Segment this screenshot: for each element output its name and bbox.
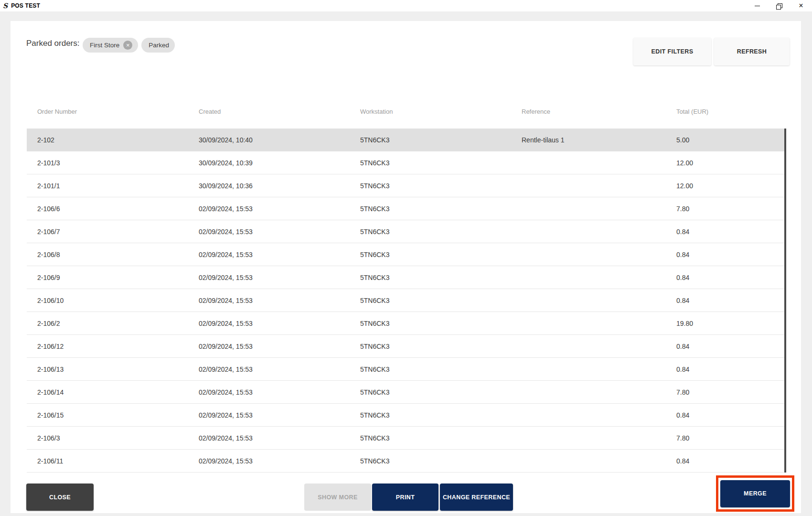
cell-created: 02/09/2024, 15:53 (199, 205, 253, 213)
cell-workstation: 5TN6CK3 (360, 205, 389, 213)
cell-total: 12.00 (676, 159, 693, 167)
cell-created: 30/09/2024, 10:36 (199, 182, 253, 190)
chip-parked: Parked (141, 38, 175, 53)
cell-total: 12.00 (676, 182, 693, 190)
merge-button[interactable]: MERGE (720, 480, 790, 507)
parked-orders-label: Parked orders: (26, 39, 80, 48)
cell-order-number: 2-101/1 (37, 182, 60, 190)
column-header-created: Created (199, 108, 221, 115)
restore-button[interactable] (768, 0, 790, 11)
parked-orders-dialog: Parked orders: First Store × Parked EDIT… (11, 21, 801, 513)
close-window-button[interactable]: × (790, 0, 812, 11)
cell-total: 0.84 (676, 411, 689, 419)
table-row[interactable]: 2-106/9 02/09/2024, 15:53 5TN6CK3 0.84 (27, 266, 784, 289)
window-controls: × (746, 0, 812, 11)
window-title: POS TEST (11, 2, 40, 9)
table-row[interactable]: 2-106/12 02/09/2024, 15:53 5TN6CK3 0.84 (27, 335, 784, 358)
table-row[interactable]: 2-106/14 02/09/2024, 15:53 5TN6CK3 7.80 (27, 381, 784, 404)
cell-order-number: 2-102 (37, 136, 54, 144)
cell-total: 0.84 (676, 251, 689, 258)
cell-total: 7.80 (676, 434, 689, 442)
cell-workstation: 5TN6CK3 (360, 320, 389, 327)
change-reference-button[interactable]: CHANGE REFERENCE (440, 484, 513, 511)
table-row[interactable]: 2-106/3 02/09/2024, 15:53 5TN6CK3 7.80 (27, 427, 784, 450)
chip-first-store-label: First Store (90, 42, 119, 49)
minimize-button[interactable] (746, 0, 768, 11)
print-button[interactable]: PRINT (372, 484, 438, 511)
cell-workstation: 5TN6CK3 (360, 366, 389, 373)
cell-created: 02/09/2024, 15:53 (199, 411, 253, 419)
cell-order-number: 2-106/8 (37, 251, 60, 258)
cell-workstation: 5TN6CK3 (360, 274, 389, 281)
column-header-total: Total (EUR) (676, 108, 708, 115)
cell-order-number: 2-106/2 (37, 320, 60, 327)
cell-created: 02/09/2024, 15:53 (199, 274, 253, 281)
cell-total: 0.84 (676, 228, 689, 236)
column-header-reference: Reference (522, 108, 550, 115)
cell-created: 02/09/2024, 15:53 (199, 366, 253, 373)
cell-workstation: 5TN6CK3 (360, 343, 389, 350)
cell-workstation: 5TN6CK3 (360, 297, 389, 304)
merge-highlight-outline: MERGE (716, 475, 794, 512)
cell-order-number: 2-106/12 (37, 343, 64, 350)
title-bar: S POS TEST × (0, 0, 812, 11)
cell-workstation: 5TN6CK3 (360, 457, 389, 465)
table-row[interactable]: 2-106/15 02/09/2024, 15:53 5TN6CK3 0.84 (27, 404, 784, 427)
cell-order-number: 2-101/3 (37, 159, 60, 167)
cell-total: 7.80 (676, 205, 689, 213)
cell-total: 0.84 (676, 366, 689, 373)
cell-order-number: 2-106/6 (37, 205, 60, 213)
cell-total: 0.84 (676, 297, 689, 304)
cell-created: 02/09/2024, 15:53 (199, 297, 253, 304)
cell-workstation: 5TN6CK3 (360, 388, 389, 396)
cell-order-number: 2-106/7 (37, 228, 60, 236)
table-row[interactable]: 2-106/11 02/09/2024, 15:53 5TN6CK3 0.84 (27, 450, 784, 473)
minimize-icon (755, 6, 760, 6)
table-row[interactable]: 2-106/2 02/09/2024, 15:53 5TN6CK3 19.80 (27, 312, 784, 335)
chip-first-store: First Store × (83, 38, 138, 53)
cell-total: 5.00 (676, 136, 689, 144)
table-row[interactable]: 2-106/6 02/09/2024, 15:53 5TN6CK3 7.80 (27, 197, 784, 220)
table-row[interactable]: 2-106/10 02/09/2024, 15:53 5TN6CK3 0.84 (27, 289, 784, 312)
cell-created: 02/09/2024, 15:53 (199, 320, 253, 327)
cell-created: 30/09/2024, 10:40 (199, 136, 253, 144)
cell-order-number: 2-106/13 (37, 366, 64, 373)
cell-reference: Rentle-tilaus 1 (522, 136, 565, 144)
refresh-button[interactable]: REFRESH (714, 38, 790, 65)
cell-created: 30/09/2024, 10:39 (199, 159, 253, 167)
table-row[interactable]: 2-106/13 02/09/2024, 15:53 5TN6CK3 0.84 (27, 358, 784, 381)
table-row[interactable]: 2-106/7 02/09/2024, 15:53 5TN6CK3 0.84 (27, 220, 784, 243)
cell-total: 0.84 (676, 457, 689, 465)
filter-chips: First Store × Parked (83, 38, 175, 53)
cell-total: 0.84 (676, 343, 689, 350)
chip-parked-label: Parked (149, 42, 169, 49)
table-scrollbar[interactable] (784, 129, 786, 473)
restore-icon (776, 3, 782, 9)
cell-order-number: 2-106/11 (37, 457, 63, 465)
cell-workstation: 5TN6CK3 (360, 159, 389, 167)
column-header-order-number: Order Number (37, 108, 77, 115)
cell-created: 02/09/2024, 15:53 (199, 251, 253, 258)
cell-workstation: 5TN6CK3 (360, 228, 389, 236)
chip-remove-icon[interactable]: × (123, 41, 132, 50)
table-row[interactable]: 2-101/3 30/09/2024, 10:39 5TN6CK3 12.00 (27, 151, 784, 174)
cell-workstation: 5TN6CK3 (360, 411, 389, 419)
table-row[interactable]: 2-106/8 02/09/2024, 15:53 5TN6CK3 0.84 (27, 243, 784, 266)
cell-total: 7.80 (676, 388, 689, 396)
column-header-workstation: Workstation (360, 108, 393, 115)
cell-order-number: 2-106/14 (37, 388, 64, 396)
table-row[interactable]: 2-101/1 30/09/2024, 10:36 5TN6CK3 12.00 (27, 174, 784, 197)
close-button[interactable]: CLOSE (26, 484, 94, 511)
app-logo-icon: S (3, 2, 8, 9)
close-icon: × (799, 2, 803, 10)
table-body: 2-102 30/09/2024, 10:40 5TN6CK3 Rentle-t… (27, 129, 784, 473)
cell-created: 02/09/2024, 15:53 (199, 457, 253, 465)
cell-created: 02/09/2024, 15:53 (199, 434, 253, 442)
cell-order-number: 2-106/3 (37, 434, 60, 442)
edit-filters-button[interactable]: EDIT FILTERS (633, 38, 711, 65)
show-more-button[interactable]: SHOW MORE (304, 484, 371, 511)
table-row[interactable]: 2-102 30/09/2024, 10:40 5TN6CK3 Rentle-t… (27, 129, 784, 151)
cell-created: 02/09/2024, 15:53 (199, 343, 253, 350)
cell-workstation: 5TN6CK3 (360, 182, 389, 190)
cell-created: 02/09/2024, 15:53 (199, 388, 253, 396)
